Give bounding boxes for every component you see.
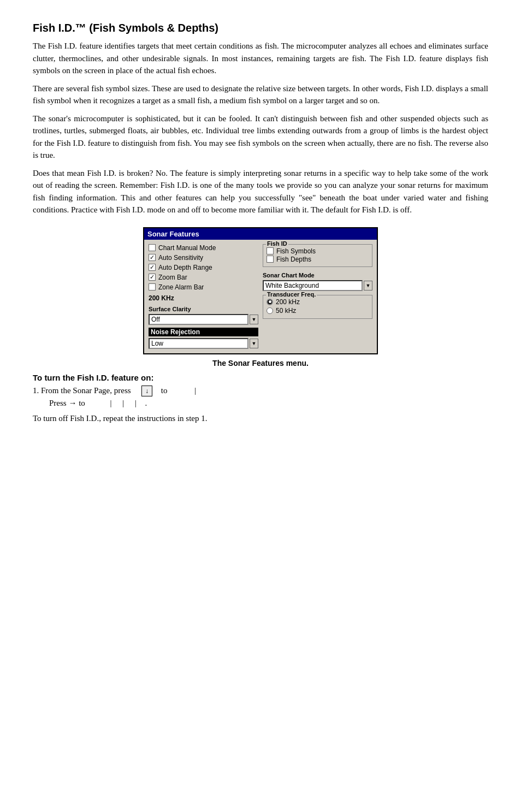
page-title: Fish I.D.™ (Fish Symbols & Depths) [33,22,488,34]
chart-manual-mode-checkbox[interactable] [149,244,156,251]
auto-sensitivity-label: Auto Sensitivity [158,254,203,262]
noise-rejection-arrow[interactable]: ▼ [250,339,258,348]
fish-symbols-label: Fish Symbols [276,247,316,255]
fish-id-group-label: Fish ID [266,240,288,247]
transducer-freq-label: Transducer Freq. [266,291,317,298]
sonar-chart-mode-arrow[interactable]: ▼ [364,281,372,291]
step-1-line: 1. From the Sonar Page, press ↓ to | [33,386,488,396]
noise-rejection-label: Noise Rejection [149,328,258,336]
zone-alarm-bar-checkbox[interactable] [149,283,156,291]
step1-bar1: | [194,386,196,395]
fish-id-group: Fish ID Fish Symbols Fish Depths [263,244,372,267]
checkbox-fish-depths[interactable]: Fish Depths [267,256,369,263]
radio-200khz[interactable]: 200 kHz [267,298,369,306]
checkbox-zoom-bar[interactable]: Zoom Bar [149,274,258,281]
sonar-chart-mode-dropdown-row: White Background ▼ [263,280,372,291]
step2-end: . [145,399,147,408]
instruction-heading: To turn the Fish I.D. feature on: [33,373,488,382]
sonar-chart-mode-label: Sonar Chart Mode [263,272,372,278]
radio-200khz-input[interactable] [267,299,273,305]
footer-text: To turn off Fish I.D., repeat the instru… [33,412,488,425]
noise-rejection-value[interactable]: Low [149,338,248,349]
auto-depth-range-label: Auto Depth Range [158,264,212,271]
step-2-line: Press → to | | | . [49,399,488,408]
radio-50khz-input[interactable] [267,307,273,314]
surface-clarity-label: Surface Clarity [149,306,258,312]
radio-200khz-label: 200 kHz [276,298,300,306]
dialog-container: Sonar Features Chart Manual Mode Auto Se… [33,227,488,354]
sonar-features-dialog: Sonar Features Chart Manual Mode Auto Se… [143,227,378,354]
paragraph-2: There are several fish symbol sizes. The… [33,82,488,107]
dialog-right-panel: Fish ID Fish Symbols Fish Depths Sonar C… [263,244,372,349]
fish-symbols-checkbox[interactable] [267,247,274,254]
dialog-left-panel: Chart Manual Mode Auto Sensitivity Auto … [149,244,258,349]
radio-50khz[interactable]: 50 kHz [267,307,369,315]
khz-label: 200 KHz [149,293,258,302]
step2-key2: | [122,399,124,408]
zoom-bar-checkbox[interactable] [149,274,156,281]
checkbox-auto-sensitivity[interactable]: Auto Sensitivity [149,254,258,262]
step1-suffix: to [161,386,168,395]
sonar-chart-mode-value[interactable]: White Background [263,280,363,291]
step2-key1: | [110,399,112,408]
noise-rejection-dropdown-row: Low ▼ [149,338,258,349]
step1-prefix: 1. From the Sonar Page, press [33,386,131,395]
radio-50khz-label: 50 kHz [276,307,296,315]
dialog-caption: The Sonar Features menu. [33,359,488,368]
fish-depths-checkbox[interactable] [267,256,274,263]
paragraph-3: The sonar's microcomputer is sophisticat… [33,112,488,162]
auto-depth-range-checkbox[interactable] [149,264,156,271]
zoom-bar-label: Zoom Bar [158,274,187,281]
surface-clarity-value[interactable]: Off [149,314,248,325]
fish-depths-label: Fish Depths [276,256,311,263]
surface-clarity-arrow[interactable]: ▼ [250,315,258,324]
paragraph-1: The Fish I.D. feature identifies targets… [33,40,488,77]
checkbox-fish-symbols[interactable]: Fish Symbols [267,247,369,255]
step1-key: ↓ [141,386,152,396]
dialog-body: Chart Manual Mode Auto Sensitivity Auto … [144,240,377,353]
dialog-title-bar: Sonar Features [144,228,377,240]
checkbox-auto-depth-range[interactable]: Auto Depth Range [149,264,258,271]
step2-prefix: Press → to [49,399,85,408]
checkbox-chart-manual-mode[interactable]: Chart Manual Mode [149,244,258,252]
dialog-title: Sonar Features [147,230,199,238]
step2-key3: | [135,399,137,408]
paragraph-4: Does that mean Fish I.D. is broken? No. … [33,167,488,216]
auto-sensitivity-checkbox[interactable] [149,254,156,261]
transducer-freq-group: Transducer Freq. 200 kHz 50 kHz [263,295,372,319]
chart-manual-mode-label: Chart Manual Mode [158,244,216,252]
checkbox-zone-alarm-bar[interactable]: Zone Alarm Bar [149,283,258,291]
surface-clarity-dropdown-row: Off ▼ [149,314,258,325]
zone-alarm-bar-label: Zone Alarm Bar [158,283,204,291]
